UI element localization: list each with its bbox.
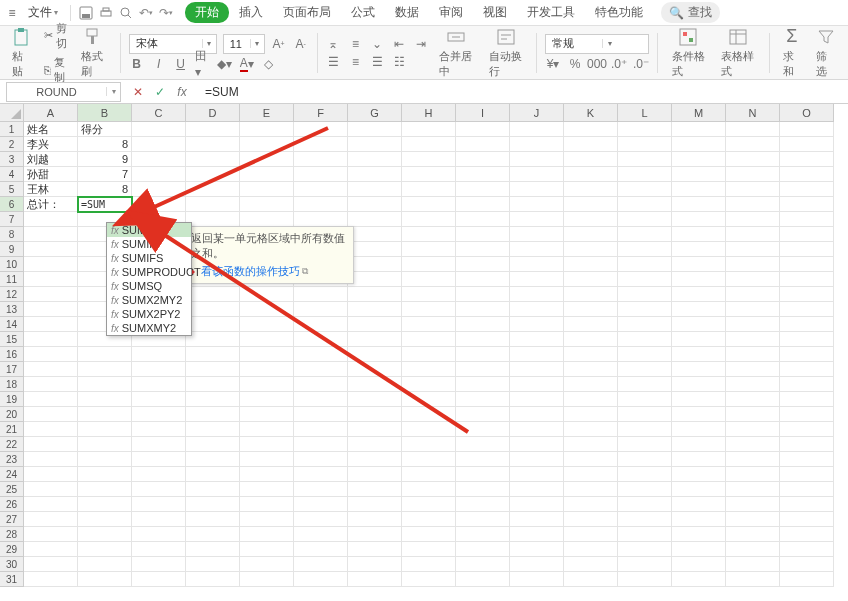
cell[interactable] (24, 527, 78, 542)
cell[interactable] (780, 152, 834, 167)
cell[interactable] (24, 242, 78, 257)
formula-cancel-icon[interactable]: ✕ (131, 85, 145, 99)
cell[interactable] (564, 257, 618, 272)
cell[interactable] (672, 242, 726, 257)
cell[interactable] (294, 167, 348, 182)
cell[interactable] (456, 212, 510, 227)
cell[interactable] (24, 287, 78, 302)
paste-button[interactable]: 粘贴 (6, 25, 38, 81)
cell[interactable] (402, 167, 456, 182)
cell[interactable] (618, 287, 672, 302)
cell[interactable] (24, 422, 78, 437)
cell[interactable] (402, 437, 456, 452)
cell[interactable] (24, 482, 78, 497)
cell[interactable] (510, 137, 564, 152)
cell[interactable] (618, 497, 672, 512)
col-header[interactable]: B (78, 104, 132, 122)
cell[interactable] (564, 452, 618, 467)
tab-insert[interactable]: 插入 (229, 0, 273, 25)
cell[interactable] (402, 407, 456, 422)
tab-feature[interactable]: 特色功能 (585, 0, 653, 25)
cell[interactable] (510, 542, 564, 557)
cell[interactable] (348, 362, 402, 377)
cell[interactable] (726, 317, 780, 332)
cell[interactable] (132, 542, 186, 557)
cell[interactable] (510, 212, 564, 227)
cell[interactable] (780, 557, 834, 572)
cell[interactable] (78, 347, 132, 362)
row-header[interactable]: 2 (0, 137, 24, 152)
cell[interactable] (726, 152, 780, 167)
cell[interactable] (24, 437, 78, 452)
decrease-font-icon[interactable]: A- (293, 36, 309, 52)
cell[interactable] (564, 572, 618, 587)
cell[interactable] (402, 287, 456, 302)
cell[interactable] (780, 227, 834, 242)
cell[interactable] (24, 512, 78, 527)
cell[interactable] (510, 257, 564, 272)
cell[interactable] (186, 482, 240, 497)
cell[interactable] (456, 452, 510, 467)
cell[interactable] (186, 557, 240, 572)
cell[interactable] (780, 527, 834, 542)
cell[interactable] (132, 437, 186, 452)
cell[interactable] (132, 452, 186, 467)
row-header[interactable]: 4 (0, 167, 24, 182)
cell[interactable] (726, 362, 780, 377)
col-header[interactable]: O (780, 104, 834, 122)
cell[interactable] (672, 257, 726, 272)
cell[interactable] (132, 347, 186, 362)
cell[interactable] (240, 407, 294, 422)
cell[interactable] (456, 257, 510, 272)
cell[interactable] (456, 497, 510, 512)
cell[interactable] (294, 452, 348, 467)
cell[interactable] (24, 467, 78, 482)
cell[interactable] (564, 212, 618, 227)
cell[interactable] (348, 467, 402, 482)
cell[interactable] (726, 392, 780, 407)
cell[interactable] (348, 572, 402, 587)
cell[interactable] (510, 422, 564, 437)
border-icon[interactable]: 田▾ (195, 56, 211, 72)
cell[interactable] (510, 482, 564, 497)
cell[interactable] (672, 467, 726, 482)
row-header[interactable]: 22 (0, 437, 24, 452)
cell[interactable] (780, 137, 834, 152)
cell[interactable] (348, 302, 402, 317)
cell[interactable] (726, 497, 780, 512)
cell[interactable] (780, 182, 834, 197)
cell[interactable] (78, 527, 132, 542)
cell[interactable] (294, 362, 348, 377)
cell[interactable] (564, 512, 618, 527)
row-header[interactable]: 3 (0, 152, 24, 167)
cell[interactable] (348, 557, 402, 572)
align-top-icon[interactable]: ⌅ (325, 36, 341, 52)
col-header[interactable]: G (348, 104, 402, 122)
cell[interactable] (186, 347, 240, 362)
cell[interactable]: 8 (78, 137, 132, 152)
cell[interactable] (294, 527, 348, 542)
cell[interactable] (24, 572, 78, 587)
cell[interactable] (618, 257, 672, 272)
cell[interactable] (186, 572, 240, 587)
cell[interactable] (618, 197, 672, 212)
cell[interactable] (240, 467, 294, 482)
cell[interactable] (564, 347, 618, 362)
cell[interactable] (780, 467, 834, 482)
cell[interactable] (294, 122, 348, 137)
tab-data[interactable]: 数据 (385, 0, 429, 25)
cell[interactable] (726, 167, 780, 182)
cell[interactable] (294, 497, 348, 512)
cell[interactable] (564, 182, 618, 197)
cell[interactable] (510, 467, 564, 482)
cell[interactable] (672, 347, 726, 362)
indent-inc-icon[interactable]: ⇥ (413, 36, 429, 52)
formula-accept-icon[interactable]: ✓ (153, 85, 167, 99)
cell[interactable] (402, 377, 456, 392)
row-header[interactable]: 27 (0, 512, 24, 527)
cell[interactable] (564, 272, 618, 287)
col-header[interactable]: J (510, 104, 564, 122)
align-bottom-icon[interactable]: ⌄ (369, 36, 385, 52)
italic-icon[interactable]: I (151, 56, 167, 72)
cell[interactable] (780, 257, 834, 272)
